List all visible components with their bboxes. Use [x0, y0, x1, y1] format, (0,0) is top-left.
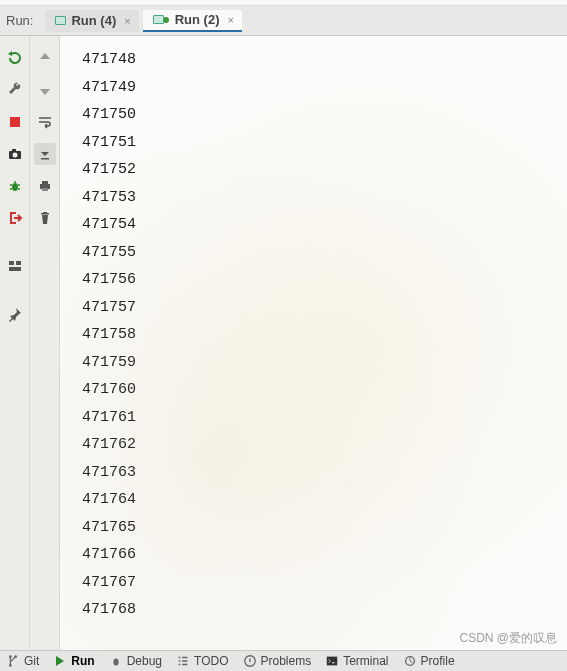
arrow-up-icon: [37, 50, 53, 66]
down-stack-button[interactable]: [34, 79, 56, 101]
run-tab-1[interactable]: Run (2) ×: [143, 10, 242, 32]
svg-rect-6: [9, 267, 21, 271]
close-icon[interactable]: ×: [124, 15, 130, 27]
todo-icon: [176, 654, 190, 668]
tool-label: TODO: [194, 654, 228, 668]
svg-rect-15: [327, 657, 338, 666]
output-line: 471766: [82, 541, 567, 569]
svg-rect-5: [16, 261, 21, 265]
wrench-icon: [7, 82, 23, 98]
rerun-icon: [7, 50, 23, 66]
tool-label: Terminal: [343, 654, 388, 668]
edit-config-button[interactable]: [4, 79, 26, 101]
output-line: 471762: [82, 431, 567, 459]
output-line: 471748: [82, 46, 567, 74]
stop-icon: [10, 117, 20, 127]
output-line: 471750: [82, 101, 567, 129]
pin-button[interactable]: [4, 303, 26, 325]
tab-label: Run (4): [71, 13, 116, 28]
tool-run[interactable]: Run: [53, 654, 94, 668]
problems-icon: [243, 654, 257, 668]
output-line: 471756: [82, 266, 567, 294]
svg-point-13: [113, 658, 118, 665]
run-panel-label: Run:: [6, 13, 33, 28]
exit-button[interactable]: [4, 207, 26, 229]
output-line: 471763: [82, 459, 567, 487]
bug-icon: [109, 654, 123, 668]
clear-button[interactable]: [34, 207, 56, 229]
scroll-to-end-icon: [37, 146, 53, 162]
output-line: 471758: [82, 321, 567, 349]
run-tab-0[interactable]: Run (4) ×: [45, 10, 138, 32]
arrow-down-icon: [37, 82, 53, 98]
tool-problems[interactable]: Problems: [243, 654, 312, 668]
svg-rect-9: [42, 188, 48, 191]
output-line: 471765: [82, 514, 567, 542]
run-config-icon: [151, 13, 165, 27]
svg-rect-8: [42, 181, 48, 184]
soft-wrap-button[interactable]: [34, 111, 56, 133]
tab-label: Run (2): [175, 12, 220, 27]
rerun-button[interactable]: [4, 47, 26, 69]
tool-git[interactable]: Git: [6, 654, 39, 668]
output-line: 471749: [82, 74, 567, 102]
terminal-icon: [325, 654, 339, 668]
output-line: 471764: [82, 486, 567, 514]
output-line: 471752: [82, 156, 567, 184]
output-line: 471760: [82, 376, 567, 404]
close-icon[interactable]: ×: [227, 14, 233, 26]
branch-icon: [6, 654, 20, 668]
tool-debug[interactable]: Debug: [109, 654, 162, 668]
run-toolbar-secondary: [30, 36, 60, 650]
output-line: 471757: [82, 294, 567, 322]
tool-terminal[interactable]: Terminal: [325, 654, 388, 668]
tool-todo[interactable]: TODO: [176, 654, 228, 668]
svg-point-10: [9, 655, 12, 658]
tool-label: Debug: [127, 654, 162, 668]
stop-button[interactable]: [4, 111, 26, 133]
tool-profile[interactable]: Profile: [403, 654, 455, 668]
run-panel-body: 4717484717494717504717514717524717534717…: [0, 36, 567, 650]
output-line: 471755: [82, 239, 567, 267]
svg-rect-2: [12, 149, 16, 151]
output-line: 471753: [82, 184, 567, 212]
tool-label: Profile: [421, 654, 455, 668]
svg-point-1: [12, 153, 17, 158]
dump-threads-button[interactable]: [4, 143, 26, 165]
svg-point-11: [9, 664, 12, 667]
bug-icon: [7, 178, 23, 194]
play-icon: [53, 654, 67, 668]
run-config-icon: [53, 14, 67, 28]
print-button[interactable]: [34, 175, 56, 197]
svg-point-12: [14, 655, 17, 658]
exit-icon: [7, 210, 23, 226]
output-line: 471767: [82, 569, 567, 597]
output-line: 471768: [82, 596, 567, 624]
svg-rect-4: [9, 261, 14, 265]
pin-icon: [7, 306, 23, 322]
run-toolbar-primary: [0, 36, 30, 650]
layout-button[interactable]: [4, 255, 26, 277]
svg-point-3: [12, 183, 18, 191]
up-stack-button[interactable]: [34, 47, 56, 69]
camera-icon: [7, 146, 23, 162]
output-line: 471761: [82, 404, 567, 432]
print-icon: [37, 178, 53, 194]
layout-icon: [7, 258, 23, 274]
output-line: 471751: [82, 129, 567, 157]
console-output[interactable]: 4717484717494717504717514717524717534717…: [60, 36, 567, 650]
run-tabbar: Run: Run (4) × Run (2) ×: [0, 6, 567, 36]
attach-debugger-button[interactable]: [4, 175, 26, 197]
wrap-icon: [37, 114, 53, 130]
tool-label: Problems: [261, 654, 312, 668]
output-line: 471759: [82, 349, 567, 377]
tool-label: Git: [24, 654, 39, 668]
output-line: 471754: [82, 211, 567, 239]
tool-label: Run: [71, 654, 94, 668]
scroll-to-end-button[interactable]: [34, 143, 56, 165]
trash-icon: [37, 210, 53, 226]
bottom-tool-strip: Git Run Debug TODO Problems Terminal Pro…: [0, 650, 567, 671]
profile-icon: [403, 654, 417, 668]
